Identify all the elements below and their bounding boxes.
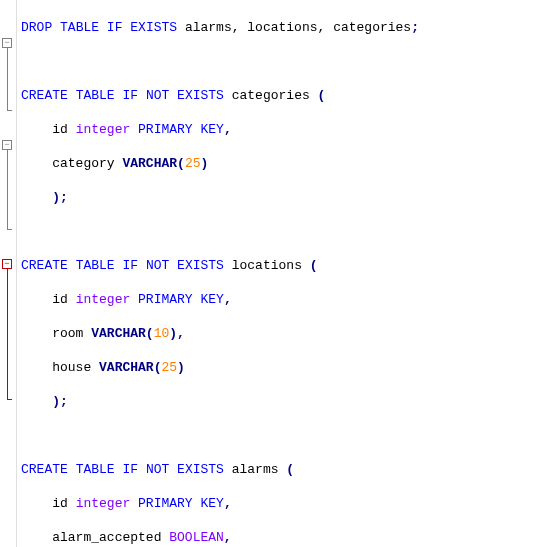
fold-guide-active	[7, 269, 8, 399]
fold-end-active	[7, 399, 12, 400]
code-line: alarm_accepted BOOLEAN,	[21, 529, 534, 546]
code-line: id integer PRIMARY KEY,	[21, 495, 534, 512]
code-editor[interactable]: − − − DROP TABLE IF EXISTS alarms, locat…	[0, 0, 538, 547]
fold-gutter: − − −	[0, 0, 17, 547]
code-line: DROP TABLE IF EXISTS alarms, locations, …	[21, 19, 534, 36]
fold-guide	[7, 150, 8, 229]
code-line: room VARCHAR(10),	[21, 325, 534, 342]
code-line: CREATE TABLE IF NOT EXISTS categories (	[21, 87, 534, 104]
code-line: );	[21, 189, 534, 206]
code-line: id integer PRIMARY KEY,	[21, 291, 534, 308]
fold-guide	[7, 48, 8, 110]
code-line: id integer PRIMARY KEY,	[21, 121, 534, 138]
fold-end	[7, 110, 12, 111]
fold-handle-locations[interactable]: −	[2, 140, 12, 150]
code-line: category VARCHAR(25)	[21, 155, 534, 172]
code-line	[21, 223, 534, 240]
fold-end	[7, 229, 12, 230]
fold-handle-categories[interactable]: −	[2, 38, 12, 48]
code-line: house VARCHAR(25)	[21, 359, 534, 376]
code-line	[21, 53, 534, 70]
code-line: );	[21, 393, 534, 410]
code-area[interactable]: DROP TABLE IF EXISTS alarms, locations, …	[17, 0, 538, 547]
code-line	[21, 427, 534, 444]
code-line: CREATE TABLE IF NOT EXISTS alarms (	[21, 461, 534, 478]
fold-handle-alarms[interactable]: −	[2, 259, 12, 269]
code-line: CREATE TABLE IF NOT EXISTS locations (	[21, 257, 534, 274]
